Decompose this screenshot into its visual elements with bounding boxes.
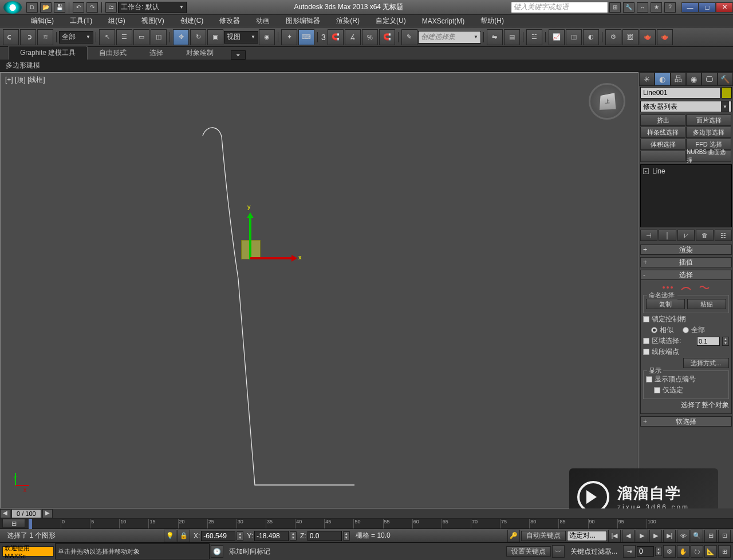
autokey-button[interactable]: 自动关键点 (521, 531, 566, 541)
y-spinner[interactable]: ▲▼ (290, 531, 297, 541)
edit-named-sel-icon[interactable]: ✎ (401, 29, 417, 45)
mirror-icon[interactable]: ⇋ (487, 29, 503, 45)
align-icon[interactable]: ▤ (504, 29, 520, 45)
zoom-icon[interactable]: 🔍 (691, 530, 703, 542)
time-next-icon[interactable]: ▶ (42, 509, 53, 518)
close-button[interactable]: ✕ (716, 2, 733, 13)
menu-graph[interactable]: 图形编辑器 (278, 16, 328, 26)
subscription-icon[interactable]: 🔧 (623, 2, 635, 13)
time-slider[interactable]: ◀ 0 / 100 ▶ (0, 508, 733, 519)
rollout-header-selection[interactable]: -选择 (640, 270, 732, 280)
lock-icon[interactable]: 💡 (164, 530, 176, 542)
sel-method-button[interactable]: 选择方式... (683, 358, 729, 368)
expand-icon[interactable]: ▪ (643, 168, 649, 174)
search-input[interactable]: 键入关键字或短语 (511, 2, 608, 13)
selection-filter-dropdown[interactable]: 选定对... (567, 531, 607, 541)
region-rect-icon[interactable]: ▭ (133, 29, 149, 45)
menu-edit[interactable]: 编辑(E) (23, 16, 62, 26)
menu-render[interactable]: 渲染(R) (328, 16, 368, 26)
stack-item-line[interactable]: ▪ Line (643, 167, 729, 175)
ribbon-minimize-icon[interactable]: ⏷ (231, 50, 246, 60)
workspace-dropdown[interactable]: 工作台: 默认 ▼ (118, 2, 187, 13)
similar-radio[interactable] (651, 327, 657, 333)
key-icon[interactable]: 🔑 (507, 530, 520, 542)
menu-help[interactable]: 帮助(H) (472, 16, 512, 26)
add-time-tag-icon[interactable]: 🕑 (211, 545, 223, 558)
fov-icon[interactable]: 📐 (704, 545, 717, 558)
x-input[interactable]: -60.549 (201, 531, 235, 541)
x-axis-handle[interactable] (250, 257, 296, 259)
prev-frame-icon[interactable]: ◀ (622, 530, 635, 542)
app-icon[interactable]: ⬤ (3, 1, 22, 14)
paste-button[interactable]: 粘贴 (687, 299, 726, 309)
bind-icon[interactable]: ≋ (37, 29, 53, 45)
remove-icon[interactable]: 🗑 (696, 230, 713, 241)
modify-tab-icon[interactable]: ◐ (655, 72, 670, 86)
select-icon[interactable]: ↖ (99, 29, 115, 45)
object-name-input[interactable]: Line001 (640, 87, 720, 98)
button-extrude[interactable]: 挤出 (640, 115, 685, 126)
hierarchy-tab-icon[interactable]: 品 (671, 72, 686, 86)
menu-modifiers[interactable]: 修改器 (211, 16, 248, 26)
snap-toggle-icon[interactable]: 🧲 (328, 29, 344, 45)
key-filter-label[interactable]: 关键点过滤器... (566, 547, 622, 557)
utilities-tab-icon[interactable]: 🔨 (718, 72, 733, 86)
keyboard-shortcut-icon[interactable]: ⌨ (298, 29, 314, 45)
rollout-header-interp[interactable]: +插值 (640, 257, 732, 267)
button-volsel[interactable]: 体积选择 (640, 139, 685, 150)
button-blank[interactable] (640, 151, 685, 162)
filter-dropdown[interactable]: 全部▼ (59, 31, 93, 44)
render-icon[interactable]: 🫖 (640, 29, 656, 45)
button-nurbssel[interactable]: NURBS 曲面选择 (686, 151, 731, 162)
area-sel-checkbox[interactable] (643, 338, 649, 344)
exchange-icon[interactable]: ↔ (637, 2, 648, 13)
goto-start-icon[interactable]: |◀ (608, 530, 621, 542)
rollout-header-render[interactable]: +渲染 (640, 244, 732, 255)
z-input[interactable]: 0.0 (308, 531, 342, 541)
modifier-stack[interactable]: ▪ Line (640, 164, 732, 227)
spline-object[interactable] (1, 73, 638, 508)
menu-maxscript[interactable]: MAXScript(M) (414, 17, 473, 25)
unlink-icon[interactable] (20, 29, 36, 45)
trackbar-toggle-icon[interactable]: ⊟ (2, 519, 25, 528)
menu-views[interactable]: 视图(V) (133, 16, 172, 26)
tab-graphite[interactable]: Graphite 建模工具 (8, 46, 88, 60)
spinner-snap-icon[interactable]: 🧲 (379, 29, 395, 45)
pivot-icon[interactable]: ◉ (259, 29, 275, 45)
modifier-list-dropdown[interactable]: 修改器列表▼ (640, 101, 732, 112)
curve-editor-icon[interactable]: 📈 (549, 29, 565, 45)
named-selection-dropdown[interactable]: 创建选择集▼ (418, 31, 481, 44)
rollout-header-softsel[interactable]: +软选择 (640, 416, 732, 427)
z-spinner[interactable]: ▲▼ (343, 531, 350, 541)
time-indicator[interactable]: 0 / 100 (11, 509, 41, 518)
help-icon[interactable]: ? (664, 2, 676, 13)
percent-snap-icon[interactable]: % (362, 29, 378, 45)
refcoord-dropdown[interactable]: 视图▼ (224, 31, 258, 44)
goto-end-icon[interactable]: ▶| (663, 530, 676, 542)
manipulate-icon[interactable]: ✦ (281, 29, 297, 45)
unique-icon[interactable]: ⩗ (677, 230, 695, 241)
tab-paint[interactable]: 对象绘制 (175, 46, 225, 60)
time-marker[interactable] (29, 519, 32, 529)
frame-spinner[interactable]: ▲▼ (655, 547, 662, 556)
menu-customize[interactable]: 自定义(U) (368, 16, 414, 26)
y-input[interactable]: -18.498 (254, 531, 289, 541)
add-time-tag-label[interactable]: 添加时间标记 (224, 547, 275, 557)
key-mode-icon[interactable]: ⇥ (623, 545, 636, 558)
key-filters-icon[interactable]: 〰 (552, 545, 565, 558)
play-icon[interactable]: ▶ (636, 530, 648, 542)
rotate-icon[interactable]: ↻ (190, 29, 206, 45)
isolate-icon[interactable]: 👁 (677, 530, 689, 542)
area-spinner[interactable]: ▲▼ (722, 337, 729, 346)
time-config-icon[interactable]: ⚙ (663, 545, 676, 558)
display-tab-icon[interactable]: 🖵 (702, 72, 717, 86)
time-prev-icon[interactable]: ◀ (0, 509, 10, 518)
pin-stack-icon[interactable]: ⊣ (640, 230, 657, 241)
motion-tab-icon[interactable]: ◉ (686, 72, 702, 86)
menu-tools[interactable]: 工具(T) (62, 16, 100, 26)
area-value-input[interactable]: 0.1 (697, 337, 720, 346)
render-production-icon[interactable]: 🫖 (657, 29, 673, 45)
new-icon[interactable]: 🗋 (26, 2, 38, 13)
save-icon[interactable]: 💾 (54, 2, 65, 13)
seg-end-checkbox[interactable] (643, 349, 649, 355)
